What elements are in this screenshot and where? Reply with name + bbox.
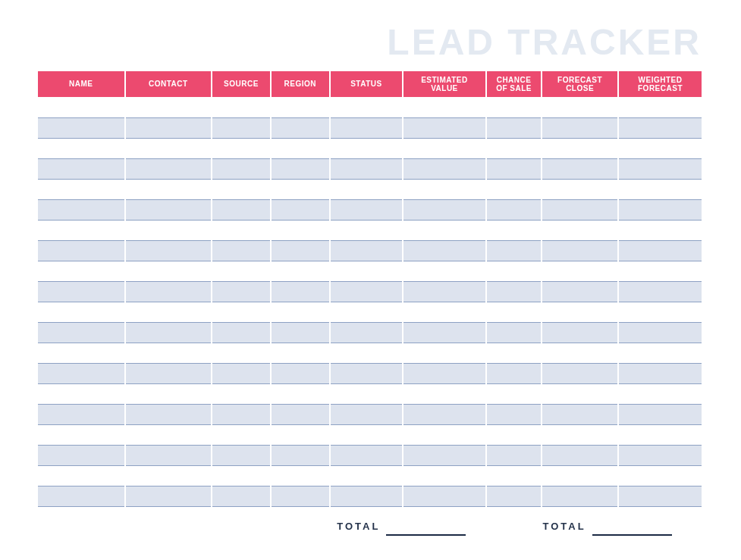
- column-header-estimated-value: ESTIMATEDVALUE: [403, 71, 486, 97]
- table-cell: [330, 424, 403, 445]
- table-cell: [125, 138, 212, 158]
- table-cell: [125, 445, 212, 465]
- table-row: [38, 424, 702, 445]
- table-row: [38, 363, 702, 383]
- table-cell: [330, 97, 403, 117]
- table-cell: [403, 486, 486, 506]
- table-cell: [38, 465, 125, 486]
- table-cell: [542, 138, 618, 158]
- table-cell: [330, 281, 403, 302]
- table-cell: [125, 117, 212, 138]
- page-title: LEAD TRACKER: [387, 21, 702, 63]
- table-cell: [212, 281, 271, 302]
- table-cell: [542, 179, 618, 199]
- table-row: [38, 383, 702, 404]
- table-cell: [212, 179, 271, 199]
- table-cell: [212, 404, 271, 424]
- table-cell: [542, 465, 618, 486]
- table-cell: [271, 199, 330, 220]
- table-cell: [271, 465, 330, 486]
- table-cell: [486, 220, 542, 240]
- table-cell: [212, 424, 271, 445]
- table-cell: [618, 261, 702, 281]
- table-cell: [618, 97, 702, 117]
- table-row: [38, 199, 702, 220]
- table-cell: [403, 281, 486, 302]
- table-row: [38, 445, 702, 465]
- column-header-weighted-forecast: WEIGHTEDFORECAST: [618, 71, 702, 97]
- table-row: [38, 240, 702, 261]
- table-cell: [212, 97, 271, 117]
- table-cell: [330, 322, 403, 343]
- table-cell: [486, 138, 542, 158]
- table-cell: [618, 117, 702, 138]
- total-label-2: TOTAL: [519, 518, 592, 536]
- total-value-1: [386, 518, 466, 536]
- table-cell: [271, 445, 330, 465]
- table-cell: [403, 445, 486, 465]
- table-cell: [486, 240, 542, 261]
- table-cell: [486, 404, 542, 424]
- table-cell: [486, 179, 542, 199]
- table-cell: [542, 97, 618, 117]
- table-cell: [271, 363, 330, 383]
- table-cell: [330, 465, 403, 486]
- table-cell: [271, 220, 330, 240]
- total-label-1: TOTAL: [317, 518, 387, 536]
- table-cell: [125, 220, 212, 240]
- table-cell: [212, 302, 271, 322]
- table-cell: [486, 302, 542, 322]
- table-cell: [38, 445, 125, 465]
- table-cell: [486, 424, 542, 445]
- table-cell: [330, 220, 403, 240]
- table-cell: [542, 363, 618, 383]
- table-cell: [212, 486, 271, 506]
- table-cell: [403, 158, 486, 179]
- table-cell: [271, 302, 330, 322]
- table-cell: [125, 281, 212, 302]
- table-cell: [542, 158, 618, 179]
- table-cell: [330, 302, 403, 322]
- table-cell: [486, 486, 542, 506]
- table-cell: [542, 383, 618, 404]
- table-cell: [618, 404, 702, 424]
- column-header-contact: CONTACT: [125, 71, 212, 97]
- table-cell: [618, 343, 702, 363]
- table-cell: [542, 281, 618, 302]
- table-cell: [403, 465, 486, 486]
- table-cell: [271, 424, 330, 445]
- table-cell: [212, 220, 271, 240]
- table-cell: [38, 363, 125, 383]
- table-cell: [542, 117, 618, 138]
- table-cell: [618, 383, 702, 404]
- table-cell: [403, 322, 486, 343]
- table-row: [38, 281, 702, 302]
- table-cell: [38, 138, 125, 158]
- table-cell: [125, 383, 212, 404]
- table-row: [38, 158, 702, 179]
- table-cell: [212, 445, 271, 465]
- table-cell: [330, 138, 403, 158]
- table-cell: [618, 424, 702, 445]
- table-cell: [403, 117, 486, 138]
- table-cell: [403, 363, 486, 383]
- table-cell: [330, 486, 403, 506]
- table-cell: [542, 445, 618, 465]
- table-cell: [618, 179, 702, 199]
- lead-tracker-table-container: NAME CONTACT SOURCE REGION STATUS ESTIMA…: [38, 71, 702, 507]
- table-cell: [403, 199, 486, 220]
- table-cell: [271, 117, 330, 138]
- table-cell: [542, 343, 618, 363]
- table-cell: [618, 199, 702, 220]
- column-header-chance-of-sale: CHANCEOF SALE: [486, 71, 542, 97]
- table-cell: [125, 343, 212, 363]
- table-cell: [125, 404, 212, 424]
- table-cell: [38, 302, 125, 322]
- table-cell: [330, 158, 403, 179]
- table-header-row: NAME CONTACT SOURCE REGION STATUS ESTIMA…: [38, 71, 702, 97]
- table-cell: [125, 363, 212, 383]
- table-cell: [542, 486, 618, 506]
- table-cell: [38, 220, 125, 240]
- table-cell: [125, 302, 212, 322]
- table-cell: [271, 138, 330, 158]
